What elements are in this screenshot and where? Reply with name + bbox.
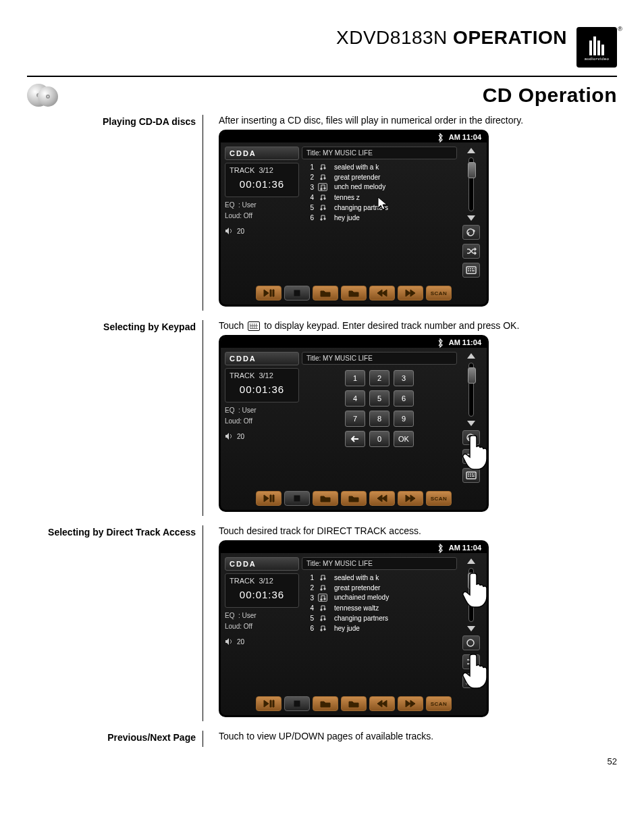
folder-down-button[interactable]: - xyxy=(313,286,338,301)
svg-point-19 xyxy=(324,578,325,579)
next-button[interactable] xyxy=(398,696,423,711)
keypad-key-0[interactable]: 0 xyxy=(369,431,390,447)
speaker-icon xyxy=(225,637,233,646)
music-note-icon xyxy=(318,573,327,581)
folder-up-button[interactable]: + xyxy=(341,286,367,301)
svg-point-28 xyxy=(321,629,322,631)
next-button[interactable] xyxy=(398,286,423,301)
track-row[interactable]: 4tennesse waltz xyxy=(302,603,457,613)
music-note-icon xyxy=(318,173,327,181)
row-prev-next-page: Previous/Next Page Touch to view UP/DOWN… xyxy=(27,731,617,747)
scan-button[interactable]: SCAN xyxy=(426,286,452,301)
scan-button[interactable]: SCAN xyxy=(426,696,452,711)
scroll-down-icon[interactable] xyxy=(467,421,475,426)
stop-button[interactable] xyxy=(284,286,310,301)
svg-point-0 xyxy=(321,168,322,170)
scroll-slider[interactable] xyxy=(468,157,474,211)
scroll-down-icon[interactable] xyxy=(467,626,475,631)
track-row[interactable]: 1sealed with a k xyxy=(302,573,457,582)
scroll-up-icon[interactable] xyxy=(467,148,475,153)
track-row-selected[interactable]: 3unchained melody xyxy=(302,593,457,602)
repeat-button[interactable] xyxy=(462,635,480,650)
eq-meta: EQ : User Loud: Off xyxy=(225,405,299,427)
svg-point-7 xyxy=(324,198,325,199)
section-title: CD Operation xyxy=(483,84,617,107)
scan-button[interactable]: SCAN xyxy=(426,491,452,506)
svg-point-22 xyxy=(321,599,322,600)
music-note-icon xyxy=(318,614,327,622)
track-row[interactable]: 2great pretender xyxy=(302,172,457,182)
repeat-button[interactable] xyxy=(462,225,480,240)
keypad-key-7[interactable]: 7 xyxy=(345,411,365,427)
stop-button[interactable] xyxy=(284,491,310,506)
keypad-key-ok[interactable]: OK xyxy=(394,431,414,447)
track-row-selected[interactable]: 3unch ned melody xyxy=(302,182,457,192)
track-row[interactable]: 2great pretender xyxy=(302,583,457,592)
slider-thumb[interactable] xyxy=(468,162,476,178)
track-panel: TRACK 3/12 00:01:36 xyxy=(225,163,299,197)
cd-disc-icon xyxy=(27,82,61,108)
music-note-icon xyxy=(318,583,327,592)
page-title: XDVD8183N OPERATION xyxy=(336,27,567,49)
bluetooth-icon xyxy=(437,544,444,552)
track-list: 1sealed with a k 2great pretender 3unch … xyxy=(302,162,457,222)
row-text: Touch desired track for DIRECT TRACK acc… xyxy=(219,525,617,536)
track-row[interactable]: 6hey jude xyxy=(302,213,457,222)
mode-chip: CDDA xyxy=(225,147,299,160)
svg-point-6 xyxy=(321,199,322,200)
play-pause-button[interactable] xyxy=(256,696,281,711)
volume-display: 20 xyxy=(225,227,299,235)
section-header: CD Operation xyxy=(27,82,617,108)
transport-bar: SCAN xyxy=(221,694,487,715)
svg-point-1 xyxy=(324,167,325,169)
folder-up-button[interactable] xyxy=(341,491,367,506)
eq-label: EQ xyxy=(225,201,234,209)
keypad-key-back[interactable] xyxy=(345,431,365,447)
prev-button[interactable] xyxy=(369,491,395,506)
keypad-key-6[interactable]: 6 xyxy=(394,390,414,407)
svg-text:+: + xyxy=(355,292,358,296)
row-content: Touch to display keypad. Enter desired t… xyxy=(213,320,617,516)
folder-down-button[interactable] xyxy=(313,696,338,711)
stop-button[interactable] xyxy=(284,696,310,711)
folder-down-button[interactable] xyxy=(313,491,338,506)
row-content: Touch desired track for DIRECT TRACK acc… xyxy=(213,525,617,721)
elapsed-time: 00:01:36 xyxy=(230,174,294,194)
keypad-key-9[interactable]: 9 xyxy=(394,411,414,427)
scroll-up-icon[interactable] xyxy=(467,353,475,359)
keypad-key-4[interactable]: 4 xyxy=(345,390,365,407)
scroll-down-icon[interactable] xyxy=(467,215,475,221)
bluetooth-icon xyxy=(437,338,444,346)
keypad-key-5[interactable]: 5 xyxy=(369,390,390,407)
track-row[interactable]: 1sealed with a k xyxy=(302,162,457,172)
scroll-up-icon[interactable] xyxy=(467,558,475,564)
keypad-key-1[interactable]: 1 xyxy=(345,370,365,386)
row-separator xyxy=(203,525,213,721)
elapsed-time: 00:01:36 xyxy=(230,585,294,604)
track-row[interactable]: 5changing partners xyxy=(302,613,457,623)
music-note-icon xyxy=(318,183,327,191)
play-pause-button[interactable] xyxy=(256,286,281,301)
prev-button[interactable] xyxy=(369,286,395,301)
slider-thumb[interactable] xyxy=(468,367,476,384)
shuffle-button[interactable] xyxy=(462,244,480,259)
keypad-toggle-button[interactable] xyxy=(462,263,480,278)
registered-mark: ® xyxy=(618,26,622,32)
row-text: After inserting a CD disc, files will pl… xyxy=(219,115,617,126)
play-pause-button[interactable] xyxy=(256,491,281,506)
scroll-slider[interactable] xyxy=(468,363,474,417)
brand-logo: ® audio•video xyxy=(576,27,617,68)
keypad-key-3[interactable]: 3 xyxy=(394,370,414,386)
page-number: 52 xyxy=(27,756,617,766)
next-button[interactable] xyxy=(398,491,423,506)
music-note-icon xyxy=(318,594,327,602)
track-row[interactable]: 6hey jude xyxy=(302,623,457,633)
keypad-key-8[interactable]: 8 xyxy=(369,411,390,427)
prev-button[interactable] xyxy=(369,696,395,711)
folder-up-button[interactable] xyxy=(341,696,367,711)
keypad-key-2[interactable]: 2 xyxy=(369,370,390,386)
track-list-area: Title: MY MUSIC LIFE 1sealed with a k 2g… xyxy=(302,557,457,689)
volume-display: 20 xyxy=(225,432,299,440)
clock-text: AM 11:04 xyxy=(449,338,481,346)
speaker-icon xyxy=(225,432,233,440)
